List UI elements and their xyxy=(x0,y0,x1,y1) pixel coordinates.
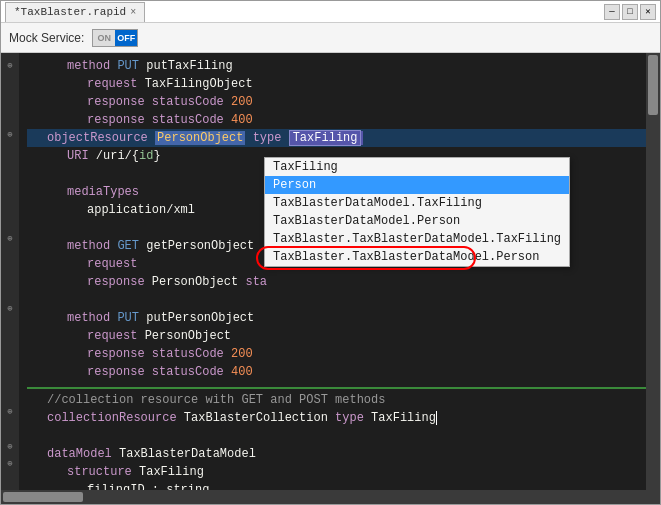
expand-icon-5[interactable]: ⊕ xyxy=(1,126,19,143)
autocomplete-item[interactable]: TaxBlaster.TaxBlasterDataModel.TaxFiling xyxy=(265,230,569,248)
code-line xyxy=(27,291,646,309)
code-line: structure TaxFiling xyxy=(27,463,646,481)
code-line: request PersonObject xyxy=(27,327,646,345)
left-gutter: ⊕ ⊕ ⊕ ⊕ ⊕ ⊕ ⊕ xyxy=(1,53,19,490)
scrollbar-h-thumb[interactable] xyxy=(3,492,83,502)
main-window: *TaxBlaster.rapid × — □ ✕ Mock Service: … xyxy=(0,0,661,505)
expand-icon-15[interactable]: ⊕ xyxy=(1,299,19,316)
expand-icon-12 xyxy=(1,247,19,264)
expand-icon-16 xyxy=(1,317,19,334)
expand-icon-7 xyxy=(1,161,19,178)
code-line: response statusCode 200 xyxy=(27,345,646,363)
expand-icon-4 xyxy=(1,109,19,126)
autocomplete-dropdown[interactable]: TaxFiling Person TaxBlasterDataModel.Tax… xyxy=(264,157,570,267)
separator-line xyxy=(27,387,646,389)
expand-icon-17 xyxy=(1,334,19,351)
code-line: response statusCode 400 xyxy=(27,363,646,381)
code-line: dataModel TaxBlasterDataModel xyxy=(27,445,646,463)
mock-service-toggle[interactable]: ON OFF xyxy=(92,29,138,47)
autocomplete-item[interactable]: TaxFiling xyxy=(265,158,569,176)
toggle-on-side[interactable]: ON xyxy=(93,30,115,46)
expand-icon-13 xyxy=(1,265,19,282)
expand-icon-10 xyxy=(1,213,19,230)
code-editor[interactable]: method PUT putTaxFiling request TaxFilin… xyxy=(19,53,646,490)
vertical-scrollbar[interactable] xyxy=(646,53,660,490)
title-bar: *TaxBlaster.rapid × — □ ✕ xyxy=(1,1,660,23)
expand-icon-20 xyxy=(1,386,19,403)
autocomplete-item-selected[interactable]: Person xyxy=(265,176,569,194)
window-controls: — □ ✕ xyxy=(604,4,656,20)
expand-icon-3 xyxy=(1,92,19,109)
toggle-off-side[interactable]: OFF xyxy=(115,30,137,46)
editor-tab[interactable]: *TaxBlaster.rapid × xyxy=(5,2,145,22)
horizontal-scrollbar[interactable] xyxy=(1,490,646,504)
expand-icon-21[interactable]: ⊕ xyxy=(1,403,19,420)
scrollbar-thumb[interactable] xyxy=(648,55,658,115)
bottom-bar xyxy=(1,490,660,504)
close-button[interactable]: ✕ xyxy=(640,4,656,20)
expand-icon-14 xyxy=(1,282,19,299)
expand-icon-22 xyxy=(1,421,19,438)
code-line xyxy=(27,427,646,445)
editor-container: ⊕ ⊕ ⊕ ⊕ ⊕ ⊕ ⊕ xyxy=(1,53,660,490)
editor-content: method PUT putTaxFiling request TaxFilin… xyxy=(19,53,646,490)
autocomplete-item[interactable]: TaxBlasterDataModel.TaxFiling xyxy=(265,194,569,212)
cursor xyxy=(436,411,437,425)
code-line: method PUT putPersonObject xyxy=(27,309,646,327)
code-line: filingID : string xyxy=(27,481,646,490)
autocomplete-item[interactable]: TaxBlaster.TaxBlasterDataModel.Person xyxy=(265,248,569,266)
expand-icon-8 xyxy=(1,178,19,195)
scrollbar-corner xyxy=(646,490,660,504)
minimize-button[interactable]: — xyxy=(604,4,620,20)
code-line: method PUT putTaxFiling xyxy=(27,57,646,75)
expand-icon-25 xyxy=(1,473,19,490)
code-line: response statusCode 400 xyxy=(27,111,646,129)
expand-icon-24[interactable]: ⊕ xyxy=(1,455,19,472)
code-line-object-resource: objectResource PersonObject type TaxFili… xyxy=(27,129,646,147)
expand-icon-23[interactable]: ⊕ xyxy=(1,438,19,455)
code-line: request TaxFilingObject xyxy=(27,75,646,93)
toolbar: Mock Service: ON OFF xyxy=(1,23,660,53)
code-line: response PersonObject sta xyxy=(27,273,646,291)
code-line: response statusCode 200 xyxy=(27,93,646,111)
autocomplete-item[interactable]: TaxBlasterDataModel.Person xyxy=(265,212,569,230)
maximize-button[interactable]: □ xyxy=(622,4,638,20)
expand-icon-11[interactable]: ⊕ xyxy=(1,230,19,247)
mock-service-label: Mock Service: xyxy=(9,31,84,45)
tab-label: *TaxBlaster.rapid xyxy=(14,6,126,18)
code-line xyxy=(27,381,646,385)
expand-icon-18 xyxy=(1,351,19,368)
expand-icon-1[interactable]: ⊕ xyxy=(1,57,19,74)
expand-icon-9 xyxy=(1,196,19,213)
expand-icon-6 xyxy=(1,144,19,161)
expand-icon-2 xyxy=(1,74,19,91)
expand-icon-19 xyxy=(1,369,19,386)
code-line: collectionResource TaxBlasterCollection … xyxy=(27,409,646,427)
tab-close-icon[interactable]: × xyxy=(130,7,136,18)
code-line: //collection resource with GET and POST … xyxy=(27,391,646,409)
